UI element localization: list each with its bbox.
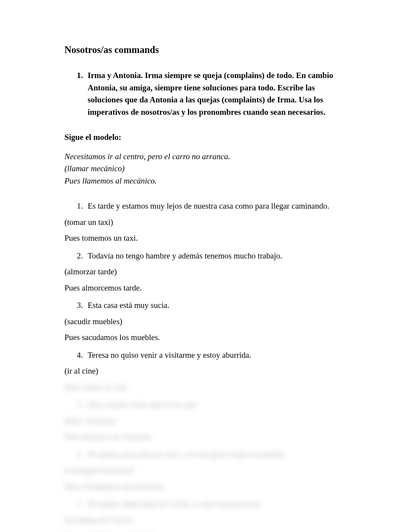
question-item-blurred: 5.Hace mucho calor aquí en la casa. (abr… bbox=[64, 399, 346, 443]
question-prompt-line: 7.No quiero saber nada de Carlos, es una… bbox=[77, 498, 346, 510]
question-hint: (sacudir muebles) bbox=[64, 316, 346, 328]
question-hint: (conseguir bicicletas) bbox=[64, 464, 346, 477]
question-number: 4. bbox=[77, 349, 88, 362]
question-item-blurred: Pues vamos al cine. bbox=[64, 381, 346, 394]
question-answer: Pues tomemos un taxi. bbox=[64, 232, 346, 245]
question-item: 2.Todavía no tengo hambre y además tenem… bbox=[64, 250, 346, 294]
instruction-text: Irma y Antonia. Irma siempre se queja (c… bbox=[88, 70, 342, 118]
model-line-3: Pues llamemos al mecánico. bbox=[64, 175, 346, 187]
question-answer: Pues almorcemos tarde. bbox=[64, 282, 346, 294]
question-hint: (abrir ventanas) bbox=[64, 415, 346, 427]
question-prompt: Todavía no tengo hambre y además tenemos… bbox=[88, 251, 282, 260]
question-number: 7. bbox=[77, 498, 88, 510]
question-prompt-line: 3.Esta casa está muy sucia. bbox=[77, 299, 346, 312]
question-number: 1. bbox=[77, 200, 88, 212]
question-prompt-line: 5.Hace mucho calor aquí en la casa. bbox=[77, 399, 346, 411]
question-prompt: Esta casa está muy sucia. bbox=[88, 301, 169, 310]
question-prompt: No quiero usar más mi carro y no me gust… bbox=[88, 450, 287, 459]
instruction-number: 1. bbox=[77, 70, 88, 82]
question-prompt: Teresa no quiso venir a visitarme y esto… bbox=[88, 350, 251, 360]
question-item: 1.Es tarde y estamos muy lejos de nuestr… bbox=[64, 200, 346, 245]
questions-list: 1.Es tarde y estamos muy lejos de nuestr… bbox=[64, 200, 346, 532]
question-item: 4.Teresa no quiso venir a visitarme y es… bbox=[64, 349, 346, 377]
model-line-1: Necesitamos ir al centro, pero el carro … bbox=[64, 151, 346, 163]
question-prompt: Hace mucho calor aquí en la casa. bbox=[88, 400, 198, 409]
question-answer: Pues consigamos una bicicleta. bbox=[64, 481, 346, 493]
instructions-block: 1. Irma y Antonia. Irma siempre se queja… bbox=[77, 70, 346, 119]
page-title: Nosotros/as commands bbox=[64, 42, 346, 57]
follow-model-label: Sigue el modelo: bbox=[64, 131, 346, 144]
question-prompt-line: 1.Es tarde y estamos muy lejos de nuestr… bbox=[77, 200, 346, 212]
question-answer: Pues sacudamos los muebles. bbox=[64, 331, 346, 344]
question-number: 3. bbox=[77, 299, 88, 312]
question-prompt: Es tarde y estamos muy lejos de nuestra … bbox=[88, 201, 329, 211]
question-prompt-line: 6.No quiero usar más mi carro y no me gu… bbox=[77, 449, 346, 461]
question-prompt: No quiero saber nada de Carlos, es una m… bbox=[88, 499, 261, 508]
question-prompt-line: 4.Teresa no quiso venir a visitarme y es… bbox=[77, 349, 346, 362]
question-item-blurred: 7.No quiero saber nada de Carlos, es una… bbox=[64, 498, 346, 532]
question-answer: Pues abramos las ventanas. bbox=[64, 431, 346, 443]
question-prompt-line: 2.Todavía no tengo hambre y además tenem… bbox=[77, 250, 346, 262]
question-answer: Pues vamos al cine. bbox=[64, 381, 346, 394]
question-item: 3.Esta casa está muy sucia. (sacudir mue… bbox=[64, 299, 346, 344]
question-number: 5. bbox=[77, 399, 88, 411]
question-number: 2. bbox=[77, 250, 88, 262]
question-number: 6. bbox=[77, 449, 88, 461]
model-example: Necesitamos ir al centro, pero el carro … bbox=[64, 151, 346, 187]
question-answer: Pues no hablemos de Carlos. bbox=[64, 530, 346, 532]
question-hint: (almorzar tarde) bbox=[64, 266, 346, 278]
question-hint: (no hablar de Carlos) bbox=[64, 514, 346, 527]
question-hint: (ir al cine) bbox=[64, 365, 346, 377]
question-hint: (tomar un taxi) bbox=[64, 216, 346, 229]
model-line-2: (llamar mecánico) bbox=[64, 163, 346, 175]
question-item-blurred: 6.No quiero usar más mi carro y no me gu… bbox=[64, 449, 346, 493]
